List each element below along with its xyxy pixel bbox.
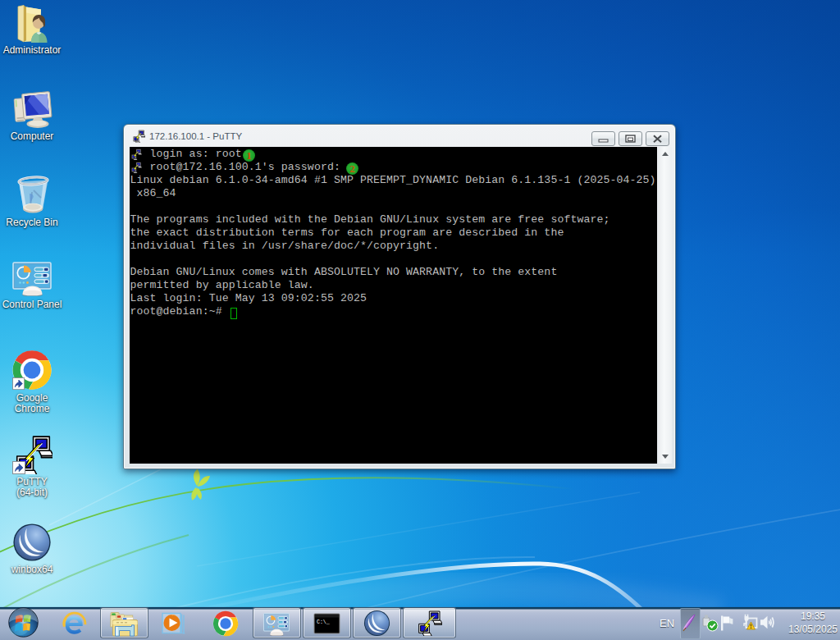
svg-text:C:\_: C:\_ <box>317 619 330 625</box>
